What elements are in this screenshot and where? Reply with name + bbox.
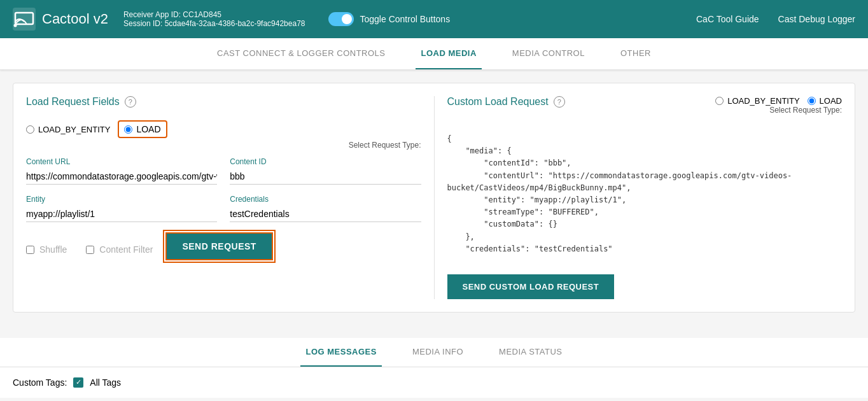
entity-field: Entity bbox=[26, 195, 217, 222]
tab-other[interactable]: OTHER bbox=[615, 38, 656, 69]
session-id: Session ID: 5cdae4fa-32aa-4386-ba2c-9fac… bbox=[123, 19, 305, 28]
checkbox-row: Shuffle Content Filter bbox=[26, 244, 153, 255]
bottom-tabs: LOG MESSAGES MEDIA INFO MEDIA STATUS bbox=[0, 338, 868, 367]
credentials-field: Credentials bbox=[230, 195, 421, 222]
custom-json-content[interactable]: { "media": { "contentId": "bbb", "conten… bbox=[447, 127, 843, 262]
content-id-input[interactable] bbox=[230, 169, 421, 185]
main-card: Load Request Fields ? LOAD_BY_ENTITY LOA… bbox=[13, 83, 855, 313]
cast-logo-icon bbox=[13, 8, 36, 31]
entity-credentials-row: Entity Credentials bbox=[26, 195, 421, 222]
custom-radio-load-input[interactable] bbox=[808, 97, 816, 105]
load-request-fields-title: Load Request Fields ? bbox=[26, 96, 421, 108]
tab-media-info[interactable]: MEDIA INFO bbox=[407, 338, 468, 367]
receiver-info: Receiver App ID: CC1AD845 Session ID: 5c… bbox=[123, 10, 305, 28]
toggle-label: Toggle Control Buttons bbox=[360, 14, 451, 24]
toggle-area: Toggle Control Buttons bbox=[328, 12, 451, 26]
content-id-label: Content ID bbox=[230, 157, 421, 166]
receiver-app-id: Receiver App ID: CC1AD845 bbox=[123, 10, 305, 19]
credentials-label: Credentials bbox=[230, 195, 421, 204]
main-content: Load Request Fields ? LOAD_BY_ENTITY LOA… bbox=[0, 70, 868, 325]
content-url-label: Content URL bbox=[26, 157, 217, 166]
shuffle-checkbox-item[interactable]: Shuffle bbox=[26, 244, 67, 255]
content-url-input[interactable] bbox=[26, 169, 217, 185]
all-tags-label: All Tags bbox=[90, 377, 121, 388]
tab-media-control[interactable]: MEDIA CONTROL bbox=[507, 38, 590, 69]
radio-load-by-entity[interactable]: LOAD_BY_ENTITY bbox=[26, 125, 110, 134]
custom-radio-load-by-entity-input[interactable] bbox=[715, 97, 724, 105]
header-links: CaC Tool Guide Cast Debug Logger bbox=[696, 14, 855, 24]
logo-area: Cactool v2 bbox=[13, 8, 108, 31]
content-url-field: Content URL bbox=[26, 157, 217, 185]
content-filter-checkbox[interactable] bbox=[86, 246, 94, 254]
credentials-input[interactable] bbox=[230, 206, 421, 222]
custom-radio-load-by-entity[interactable]: LOAD_BY_ENTITY bbox=[715, 96, 799, 106]
tab-log-messages[interactable]: LOG MESSAGES bbox=[300, 338, 381, 367]
custom-radio-load[interactable]: LOAD bbox=[808, 96, 842, 106]
custom-select-type-label: Select Request Type: bbox=[769, 106, 842, 115]
tab-cast-connect[interactable]: CAST CONNECT & LOGGER CONTROLS bbox=[212, 38, 390, 69]
send-custom-load-request-button[interactable]: SEND CUSTOM LOAD REQUEST bbox=[447, 274, 615, 299]
nav-tabs: CAST CONNECT & LOGGER CONTROLS LOAD MEDI… bbox=[0, 38, 868, 70]
tab-load-media[interactable]: LOAD MEDIA bbox=[416, 38, 481, 69]
svg-rect-0 bbox=[13, 8, 36, 31]
toggle-switch[interactable] bbox=[328, 12, 354, 26]
all-tags-checkbox[interactable] bbox=[73, 377, 83, 388]
custom-load-request-title: Custom Load Request ? bbox=[447, 96, 565, 108]
entity-input[interactable] bbox=[26, 206, 217, 222]
bottom-section: LOG MESSAGES MEDIA INFO MEDIA STATUS Cus… bbox=[0, 338, 868, 398]
entity-label: Entity bbox=[26, 195, 217, 204]
header: Cactool v2 Receiver App ID: CC1AD845 Ses… bbox=[0, 0, 868, 38]
select-type-label: Select Request Type: bbox=[26, 141, 421, 150]
url-id-row: Content URL Content ID bbox=[26, 157, 421, 185]
radio-load-input[interactable] bbox=[124, 125, 132, 134]
custom-help-icon[interactable]: ? bbox=[554, 96, 565, 108]
shuffle-checkbox[interactable] bbox=[26, 246, 34, 254]
cac-tool-guide-link[interactable]: CaC Tool Guide bbox=[696, 14, 759, 24]
radio-load-selected[interactable]: LOAD bbox=[118, 120, 167, 138]
cast-debug-logger-link[interactable]: Cast Debug Logger bbox=[778, 14, 855, 24]
tab-media-status[interactable]: MEDIA STATUS bbox=[494, 338, 567, 367]
content-id-field: Content ID bbox=[230, 157, 421, 185]
custom-tags-row: Custom Tags: All Tags bbox=[0, 367, 868, 398]
help-icon[interactable]: ? bbox=[125, 96, 136, 108]
radio-load-by-entity-input[interactable] bbox=[26, 125, 34, 134]
svg-point-2 bbox=[14, 24, 17, 27]
content-filter-checkbox-item[interactable]: Content Filter bbox=[86, 244, 153, 255]
send-request-button[interactable]: SEND REQUEST bbox=[165, 232, 272, 260]
right-panel: Custom Load Request ? LOAD_BY_ENTITY LOA bbox=[435, 96, 843, 299]
custom-tags-label: Custom Tags: bbox=[13, 377, 67, 388]
left-panel: Load Request Fields ? LOAD_BY_ENTITY LOA… bbox=[26, 96, 435, 299]
right-header-row: Custom Load Request ? LOAD_BY_ENTITY LOA bbox=[447, 96, 843, 120]
logo-text: Cactool v2 bbox=[42, 11, 108, 27]
